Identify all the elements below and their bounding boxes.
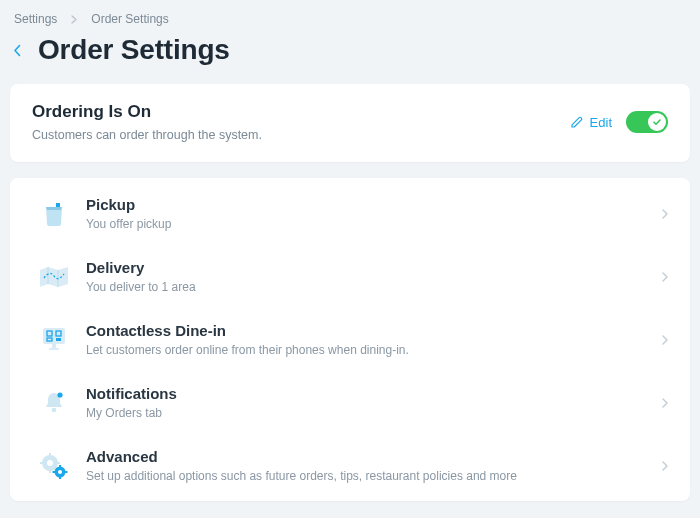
- ordering-status-title: Ordering Is On: [32, 102, 570, 122]
- ordering-toggle[interactable]: [626, 111, 668, 133]
- qr-screen-icon: [28, 325, 80, 355]
- gears-icon: [28, 452, 80, 480]
- settings-row-delivery[interactable]: Delivery You deliver to 1 area: [10, 245, 690, 308]
- svg-rect-20: [65, 471, 68, 473]
- svg-rect-5: [56, 338, 61, 341]
- svg-rect-0: [56, 203, 60, 207]
- breadcrumb: Settings Order Settings: [10, 10, 690, 28]
- svg-point-8: [52, 407, 57, 412]
- svg-rect-11: [49, 453, 51, 457]
- pencil-icon: [570, 115, 584, 129]
- bell-icon: [28, 389, 80, 417]
- row-subtitle: My Orders tab: [86, 406, 662, 420]
- svg-rect-1: [43, 328, 65, 344]
- map-icon: [28, 264, 80, 290]
- chevron-right-icon: [662, 461, 668, 471]
- toggle-knob: [648, 113, 666, 131]
- settings-row-notifications[interactable]: Notifications My Orders tab: [10, 371, 690, 434]
- chevron-right-icon: [662, 335, 668, 345]
- row-title: Notifications: [86, 385, 662, 402]
- check-icon: [652, 117, 662, 127]
- row-subtitle: Set up additional options such as future…: [86, 469, 662, 483]
- settings-list: Pickup You offer pickup Delivery You del…: [10, 178, 690, 501]
- svg-point-21: [58, 470, 62, 474]
- breadcrumb-parent[interactable]: Settings: [14, 12, 57, 26]
- chevron-right-icon: [662, 209, 668, 219]
- chevron-right-icon: [71, 15, 77, 24]
- row-title: Advanced: [86, 448, 662, 465]
- back-button[interactable]: [10, 44, 24, 57]
- chevron-right-icon: [662, 272, 668, 282]
- svg-rect-18: [59, 476, 61, 479]
- chevron-left-icon: [13, 44, 21, 57]
- ordering-status-card: Ordering Is On Customers can order throu…: [10, 84, 690, 162]
- edit-button[interactable]: Edit: [570, 115, 612, 130]
- row-subtitle: You offer pickup: [86, 217, 662, 231]
- svg-rect-12: [49, 469, 51, 473]
- settings-row-contactless-dinein[interactable]: Contactless Dine-in Let customers order …: [10, 308, 690, 371]
- settings-row-advanced[interactable]: Advanced Set up additional options such …: [10, 434, 690, 497]
- row-subtitle: You deliver to 1 area: [86, 280, 662, 294]
- svg-rect-13: [40, 462, 44, 464]
- row-title: Delivery: [86, 259, 662, 276]
- svg-rect-19: [53, 471, 56, 473]
- row-title: Pickup: [86, 196, 662, 213]
- row-subtitle: Let customers order online from their ph…: [86, 343, 662, 357]
- svg-rect-7: [49, 348, 59, 350]
- chevron-right-icon: [662, 398, 668, 408]
- edit-label: Edit: [590, 115, 612, 130]
- svg-rect-6: [52, 344, 56, 348]
- bag-icon: [28, 199, 80, 229]
- breadcrumb-current: Order Settings: [91, 12, 168, 26]
- ordering-status-subtitle: Customers can order through the system.: [32, 128, 570, 142]
- row-title: Contactless Dine-in: [86, 322, 662, 339]
- svg-point-15: [47, 460, 53, 466]
- settings-row-pickup[interactable]: Pickup You offer pickup: [10, 182, 690, 245]
- svg-rect-17: [59, 465, 61, 468]
- page-title: Order Settings: [38, 34, 230, 66]
- svg-point-9: [57, 392, 62, 397]
- svg-rect-14: [56, 462, 60, 464]
